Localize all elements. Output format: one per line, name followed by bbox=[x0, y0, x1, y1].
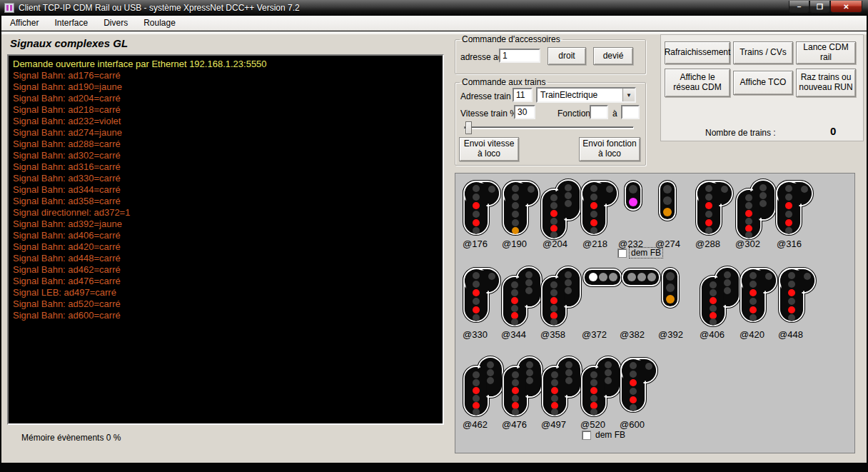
signal-330[interactable] bbox=[463, 267, 501, 326]
send-function-button[interactable]: Envoi fonction à loco bbox=[579, 137, 640, 161]
action-button-2[interactable]: Trains / CVs bbox=[733, 41, 793, 64]
lamp-red bbox=[551, 387, 558, 394]
dem-fb-checkbox-1[interactable]: dem FB bbox=[617, 248, 662, 258]
lamp-dark bbox=[551, 408, 558, 416]
signal-316[interactable] bbox=[775, 180, 814, 238]
maximize-button[interactable]: ❐ bbox=[809, 1, 830, 13]
droit-button[interactable]: droit bbox=[547, 47, 586, 65]
signal-label-476: @476 bbox=[502, 419, 527, 430]
menu-item-afficher[interactable]: Afficher bbox=[3, 16, 46, 29]
signal-288[interactable] bbox=[695, 180, 734, 238]
checkbox-icon[interactable] bbox=[617, 248, 627, 258]
speed-slider-track[interactable] bbox=[464, 126, 634, 129]
lamp-dark bbox=[550, 218, 557, 225]
lamp-red bbox=[473, 219, 480, 226]
checkbox-icon[interactable] bbox=[582, 431, 591, 440]
menu-item-roulage[interactable]: Roulage bbox=[136, 16, 183, 29]
lamp-dark bbox=[785, 194, 792, 201]
lamp-dark bbox=[512, 194, 519, 201]
signal-label-344: @344 bbox=[501, 329, 526, 340]
action-button-4[interactable]: Affiche le réseau CDM bbox=[665, 69, 730, 97]
signal-406[interactable] bbox=[700, 266, 741, 330]
action-button-1[interactable]: Rafraichissement bbox=[665, 41, 730, 64]
signal-520[interactable] bbox=[580, 356, 622, 420]
action-button-3[interactable]: Lance CDM rail bbox=[796, 41, 856, 64]
lamp-red bbox=[590, 402, 597, 409]
lamp-dark bbox=[788, 314, 795, 321]
speed-input[interactable] bbox=[514, 105, 535, 119]
console-line: Signal Bahn: ad204=carré bbox=[13, 93, 441, 104]
signal-label-448: @448 bbox=[778, 329, 803, 340]
lamp-dark bbox=[745, 231, 752, 238]
lamp-dark bbox=[511, 305, 518, 312]
lamp-dark bbox=[605, 377, 612, 384]
signal-302[interactable] bbox=[735, 179, 777, 243]
console-line: Signal Bahn: ad344=carré bbox=[13, 184, 441, 196]
close-button[interactable]: ✕ bbox=[830, 1, 862, 13]
lamp-dark bbox=[473, 211, 480, 218]
action-button-5[interactable]: Affiche TCO bbox=[733, 71, 793, 95]
signal-372[interactable] bbox=[582, 268, 622, 290]
signal-382[interactable] bbox=[621, 268, 661, 290]
signal-190[interactable] bbox=[502, 180, 540, 238]
lamp-dark bbox=[550, 202, 557, 209]
console-line: Signal Bahn: ad406=carré bbox=[13, 230, 441, 241]
signal-label-288: @288 bbox=[695, 238, 720, 249]
signal-176[interactable] bbox=[463, 180, 501, 238]
lamp-red bbox=[630, 396, 637, 403]
lamp-red bbox=[785, 219, 792, 226]
accessory-address-input[interactable] bbox=[499, 49, 540, 63]
signal-218[interactable] bbox=[580, 180, 619, 238]
lamp-dark bbox=[785, 211, 792, 218]
speed-slider-thumb[interactable] bbox=[465, 121, 472, 134]
devie-button[interactable]: devié bbox=[593, 47, 633, 65]
lamp-red bbox=[590, 387, 597, 394]
signal-420[interactable] bbox=[740, 267, 778, 326]
menu-item-divers[interactable]: Divers bbox=[96, 16, 135, 29]
function-to-input[interactable] bbox=[621, 105, 640, 119]
send-speed-button[interactable]: Envoi vitesse à loco bbox=[459, 137, 519, 161]
speed-label: Vitesse train % bbox=[460, 109, 518, 119]
lamp-red bbox=[750, 306, 757, 313]
console-line: Signal Bahn: ad448=carré bbox=[13, 253, 441, 264]
lamp-dark bbox=[526, 361, 533, 368]
console-line: Signal Bahn: ad274=jaune bbox=[13, 127, 441, 139]
lamp-dark bbox=[590, 211, 597, 218]
lamp-dark bbox=[526, 377, 533, 384]
signal-448[interactable] bbox=[778, 267, 817, 326]
signal-274[interactable] bbox=[658, 180, 677, 224]
console[interactable]: Demande ouverture interface par Ethernet… bbox=[7, 54, 444, 425]
train-address-label: Adresse train : bbox=[460, 91, 515, 101]
action-button-6[interactable]: Raz trains ou nouveau RUN bbox=[796, 69, 856, 97]
menu-item-interface[interactable]: Interface bbox=[47, 16, 95, 29]
lamp-dark bbox=[528, 186, 535, 193]
dem-fb-checkbox-2[interactable]: dem FB bbox=[582, 430, 627, 440]
signal-344[interactable] bbox=[501, 266, 542, 330]
lamp-red bbox=[473, 202, 480, 209]
lamp-dark bbox=[551, 395, 558, 402]
signal-476[interactable] bbox=[502, 356, 543, 420]
minimize-button[interactable]: – bbox=[789, 1, 809, 13]
lamp-red bbox=[511, 297, 518, 304]
lamp-dark bbox=[565, 192, 572, 199]
dem-fb-label: dem FB bbox=[594, 430, 627, 440]
lamp-dark bbox=[629, 185, 637, 194]
train-select[interactable]: TrainElectrique ▼ bbox=[536, 87, 636, 103]
chevron-down-icon[interactable]: ▼ bbox=[622, 89, 635, 101]
train-address-input[interactable] bbox=[513, 88, 533, 102]
signal-358[interactable] bbox=[540, 266, 582, 330]
signal-232[interactable] bbox=[624, 180, 642, 214]
lamp-dark bbox=[750, 281, 757, 288]
signal-600[interactable] bbox=[620, 357, 658, 416]
a-label: à bbox=[612, 109, 617, 119]
console-line: Signal Bahn: ad190=jaune bbox=[13, 81, 441, 93]
lamp-dark bbox=[473, 371, 480, 378]
lamp-dark bbox=[724, 287, 731, 294]
signal-204[interactable] bbox=[540, 179, 582, 243]
signal-497[interactable] bbox=[541, 356, 582, 420]
function-from-input[interactable] bbox=[590, 105, 608, 119]
lamp-dark bbox=[760, 200, 767, 207]
lamp-magenta bbox=[629, 198, 637, 206]
signal-462[interactable] bbox=[463, 356, 504, 420]
signal-392[interactable] bbox=[661, 267, 680, 311]
